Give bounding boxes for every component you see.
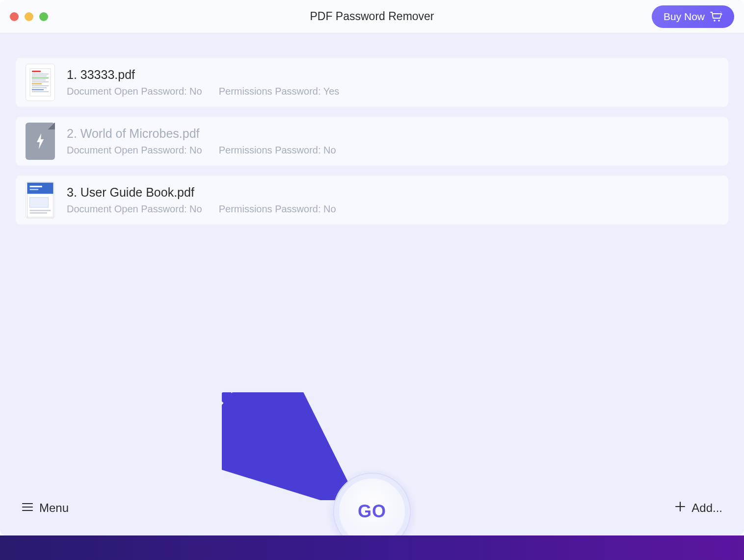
svg-rect-8 xyxy=(32,81,49,82)
doc-open-password: Document Open Password: No xyxy=(67,145,202,156)
file-info: 1. 33333.pdf Document Open Password: No … xyxy=(67,68,339,97)
menu-button[interactable]: Menu xyxy=(22,501,69,515)
go-label: GO xyxy=(358,501,386,522)
svg-rect-10 xyxy=(32,85,49,86)
svg-rect-13 xyxy=(32,91,49,92)
svg-point-1 xyxy=(718,20,720,22)
file-meta: Document Open Password: No Permissions P… xyxy=(67,86,339,97)
file-thumbnail-icon xyxy=(26,123,55,160)
file-name: 2. World of Microbes.pdf xyxy=(67,127,336,141)
titlebar: PDF Password Remover Buy Now xyxy=(0,0,744,33)
file-row[interactable]: 3. User Guide Book.pdf Document Open Pas… xyxy=(16,176,728,225)
add-label: Add... xyxy=(691,501,722,515)
go-button[interactable]: GO xyxy=(334,474,410,535)
doc-open-password: Document Open Password: No xyxy=(67,86,202,97)
svg-rect-5 xyxy=(32,76,47,76)
file-name: 3. User Guide Book.pdf xyxy=(67,185,336,200)
desktop-background-strip xyxy=(0,535,744,560)
file-row[interactable]: 2. World of Microbes.pdf Document Open P… xyxy=(16,117,728,166)
file-thumbnail-icon xyxy=(26,181,55,219)
permissions-password: Permissions Password: No xyxy=(219,145,336,156)
add-button[interactable]: Add... xyxy=(675,501,722,515)
svg-rect-18 xyxy=(30,198,49,207)
file-name: 1. 33333.pdf xyxy=(67,68,339,82)
svg-rect-6 xyxy=(32,77,49,78)
svg-rect-4 xyxy=(32,74,49,75)
buy-now-button[interactable]: Buy Now xyxy=(652,5,734,28)
app-title: PDF Password Remover xyxy=(310,10,434,23)
svg-rect-19 xyxy=(30,210,51,211)
file-list: 1. 33333.pdf Document Open Password: No … xyxy=(0,33,744,481)
svg-rect-11 xyxy=(32,87,47,88)
svg-rect-17 xyxy=(30,189,39,190)
window-controls xyxy=(10,12,48,21)
app-window: PDF Password Remover Buy Now xyxy=(0,0,744,535)
svg-point-0 xyxy=(714,20,716,22)
file-row[interactable]: 1. 33333.pdf Document Open Password: No … xyxy=(16,58,728,107)
svg-rect-12 xyxy=(32,89,44,90)
file-meta: Document Open Password: No Permissions P… xyxy=(67,145,336,156)
svg-rect-20 xyxy=(30,212,47,214)
svg-rect-16 xyxy=(30,186,42,187)
svg-rect-9 xyxy=(32,83,42,84)
file-meta: Document Open Password: No Permissions P… xyxy=(67,204,336,215)
file-info: 3. User Guide Book.pdf Document Open Pas… xyxy=(67,185,336,215)
file-info: 2. World of Microbes.pdf Document Open P… xyxy=(67,127,336,156)
svg-rect-7 xyxy=(32,79,46,80)
minimize-window-button[interactable] xyxy=(25,12,33,21)
hamburger-icon xyxy=(22,501,33,515)
svg-rect-3 xyxy=(32,71,41,72)
file-thumbnail-icon xyxy=(26,64,55,101)
maximize-window-button[interactable] xyxy=(39,12,48,21)
cart-icon xyxy=(710,11,722,22)
plus-icon xyxy=(675,501,686,515)
buy-now-label: Buy Now xyxy=(664,11,705,23)
permissions-password: Permissions Password: Yes xyxy=(219,86,340,97)
svg-rect-15 xyxy=(27,183,53,194)
close-window-button[interactable] xyxy=(10,12,19,21)
bottom-toolbar: Menu GO Add... xyxy=(0,481,744,535)
doc-open-password: Document Open Password: No xyxy=(67,204,202,215)
permissions-password: Permissions Password: No xyxy=(219,204,336,215)
menu-label: Menu xyxy=(39,501,69,515)
